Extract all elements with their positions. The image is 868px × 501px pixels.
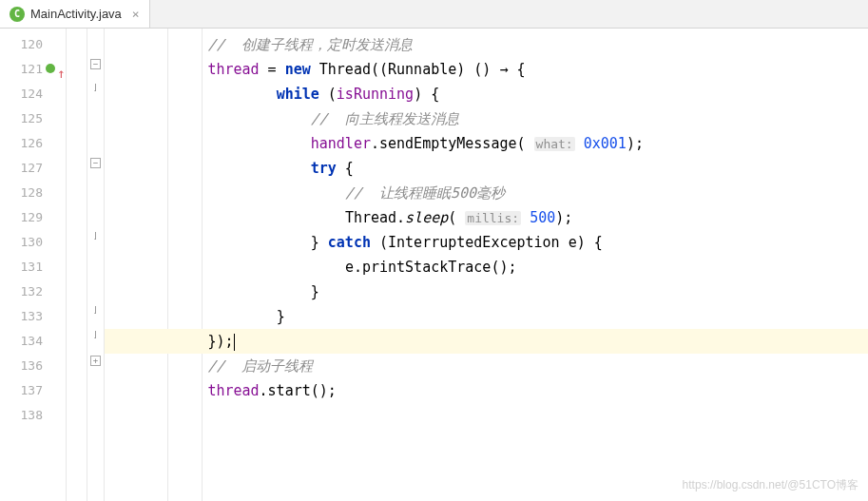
line-number: 125 bbox=[0, 106, 66, 131]
fold-end-icon[interactable]: ⌋ bbox=[90, 331, 101, 341]
code-editor[interactable]: 120 121 ↑ 124 125 126 127 128 129 130 13… bbox=[0, 29, 868, 501]
fold-minus-icon[interactable]: − bbox=[90, 158, 101, 168]
code-line[interactable]: } bbox=[105, 279, 868, 304]
code-line[interactable]: // 让线程睡眠500毫秒 bbox=[105, 181, 868, 205]
code-line[interactable]: handler.sendEmptyMessage( what: 0x001); bbox=[105, 131, 868, 156]
fold-plus-icon[interactable]: + bbox=[90, 356, 101, 366]
line-number: 134 bbox=[0, 329, 66, 354]
code-line[interactable] bbox=[105, 403, 868, 428]
fold-end-icon[interactable]: ⌋ bbox=[90, 232, 101, 242]
code-line[interactable]: while (isRunning) { bbox=[105, 82, 868, 106]
line-number: 133 bbox=[0, 304, 66, 329]
marker-column bbox=[67, 29, 87, 501]
line-number: 137 bbox=[0, 378, 66, 403]
code-line[interactable]: // 向主线程发送消息 bbox=[105, 106, 868, 131]
line-number: 131 bbox=[0, 255, 66, 279]
code-line-current[interactable]: }); bbox=[105, 329, 868, 354]
tab-bar: C MainActivity.java × bbox=[0, 0, 868, 29]
line-number-gutter: 120 121 ↑ 124 125 126 127 128 129 130 13… bbox=[0, 29, 67, 501]
code-line[interactable]: } catch (InterruptedException e) { bbox=[105, 230, 868, 255]
line-number: 129 bbox=[0, 205, 66, 230]
line-number: 124 bbox=[0, 82, 66, 106]
line-number: 120 bbox=[0, 32, 66, 57]
fold-minus-icon[interactable]: − bbox=[90, 59, 101, 69]
line-number: 126 bbox=[0, 131, 66, 156]
line-number: 132 bbox=[0, 279, 66, 304]
breakpoint-marker-icon[interactable] bbox=[46, 64, 55, 73]
code-line[interactable]: Thread.sleep( millis: 500); bbox=[105, 205, 868, 230]
line-number: 136 bbox=[0, 354, 66, 378]
line-number: 121 ↑ bbox=[0, 57, 66, 82]
code-line[interactable]: try { bbox=[105, 156, 868, 181]
code-line[interactable]: } bbox=[105, 304, 868, 329]
code-line[interactable]: e.printStackTrace(); bbox=[105, 255, 868, 279]
code-line[interactable]: // 启动子线程 bbox=[105, 354, 868, 378]
line-number: 127 bbox=[0, 156, 66, 181]
fold-column: − ⌋ − ⌋ ⌋ ⌋ + bbox=[87, 29, 105, 501]
file-tab[interactable]: C MainActivity.java × bbox=[0, 0, 150, 28]
line-number: 128 bbox=[0, 181, 66, 205]
fold-end-icon[interactable]: ⌋ bbox=[90, 84, 101, 94]
close-icon[interactable]: × bbox=[132, 7, 140, 21]
code-line[interactable]: thread.start(); bbox=[105, 378, 868, 403]
line-number: 130 bbox=[0, 230, 66, 255]
fold-end-icon[interactable]: ⌋ bbox=[90, 306, 101, 317]
text-cursor bbox=[234, 334, 235, 351]
tab-filename: MainActivity.java bbox=[30, 7, 122, 21]
code-line[interactable]: // 创建子线程，定时发送消息 bbox=[105, 32, 868, 57]
code-area[interactable]: // 创建子线程，定时发送消息 thread = new Thread((Run… bbox=[105, 29, 868, 501]
java-class-icon: C bbox=[10, 7, 25, 22]
code-line[interactable]: thread = new Thread((Runnable) () → { bbox=[105, 57, 868, 82]
line-number: 138 bbox=[0, 403, 66, 428]
watermark: https://blog.csdn.net/@51CTO博客 bbox=[683, 477, 858, 493]
